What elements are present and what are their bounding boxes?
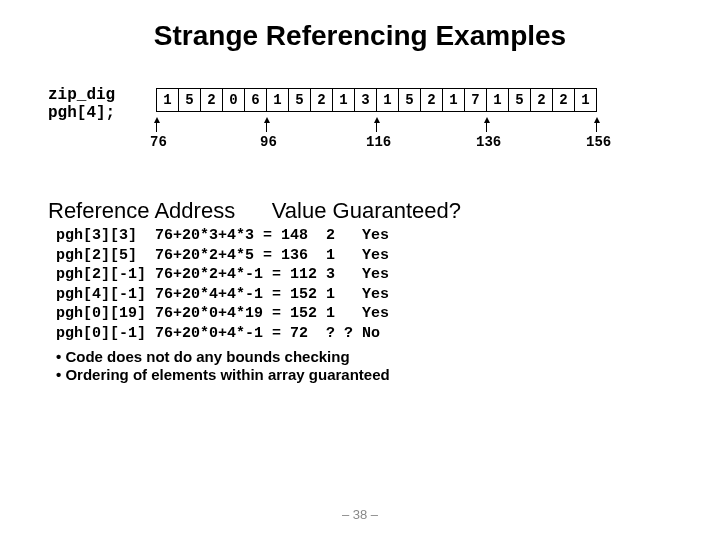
arrow-up-icon xyxy=(596,122,598,132)
mem-cell: 2 xyxy=(420,88,443,112)
reference-table: pgh[3][3] 76+20*3+4*3 = 148 2 Yes pgh[2]… xyxy=(56,226,389,343)
mem-cell: 7 xyxy=(464,88,487,112)
bullet-2: • Ordering of elements within array guar… xyxy=(56,366,390,383)
mem-cell: 1 xyxy=(486,88,509,112)
table-row: pgh[4][-1] 76+20*4+4*-1 = 152 1 Yes xyxy=(56,285,389,305)
memory-diagram: 1 5 2 0 6 1 5 2 1 3 1 5 2 1 7 1 5 2 2 1 … xyxy=(156,88,597,152)
mem-cell: 0 xyxy=(222,88,245,112)
mem-cell: 1 xyxy=(266,88,289,112)
arrow-up-icon xyxy=(156,122,158,132)
table-row: pgh[0][-1] 76+20*0+4*-1 = 72 ? ? No xyxy=(56,324,389,344)
decl-line2: pgh[4]; xyxy=(48,104,115,122)
address-row: 76 96 116 136 156 xyxy=(156,112,597,152)
page-title: Strange Referencing Examples xyxy=(40,20,680,52)
mem-cell: 5 xyxy=(288,88,311,112)
addr-label: 96 xyxy=(260,134,277,150)
mem-cell: 5 xyxy=(398,88,421,112)
mem-cell: 5 xyxy=(508,88,531,112)
table-row: pgh[3][3] 76+20*3+4*3 = 148 2 Yes xyxy=(56,226,389,246)
mem-cell: 1 xyxy=(442,88,465,112)
array-declaration: zip_dig pgh[4]; xyxy=(48,86,115,123)
addr-label: 156 xyxy=(586,134,611,150)
arrow-up-icon xyxy=(486,122,488,132)
arrow-up-icon xyxy=(266,122,268,132)
mem-cell: 2 xyxy=(552,88,575,112)
mem-cell: 1 xyxy=(376,88,399,112)
table-header: Reference Address Value Guaranteed? xyxy=(48,198,461,224)
mem-cell: 5 xyxy=(178,88,201,112)
mem-cell: 1 xyxy=(332,88,355,112)
slide: Strange Referencing Examples zip_dig pgh… xyxy=(0,0,720,540)
hdr-reference: Reference xyxy=(48,198,150,223)
addr-label: 116 xyxy=(366,134,391,150)
table-row: pgh[2][-1] 76+20*2+4*-1 = 112 3 Yes xyxy=(56,265,389,285)
decl-line1: zip_dig xyxy=(48,86,115,104)
arrow-up-icon xyxy=(376,122,378,132)
hdr-address: Address xyxy=(154,198,235,223)
table-row: pgh[0][19] 76+20*0+4*19 = 152 1 Yes xyxy=(56,304,389,324)
hdr-value: Value xyxy=(272,198,327,223)
mem-cell: 2 xyxy=(530,88,553,112)
addr-label: 76 xyxy=(150,134,167,150)
addr-label: 136 xyxy=(476,134,501,150)
mem-cell: 6 xyxy=(244,88,267,112)
mem-cell: 2 xyxy=(200,88,223,112)
mem-cell: 2 xyxy=(310,88,333,112)
hdr-guaranteed: Guaranteed? xyxy=(333,198,461,223)
mem-cell: 1 xyxy=(156,88,179,112)
mem-cell: 3 xyxy=(354,88,377,112)
mem-cell: 1 xyxy=(574,88,597,112)
table-row: pgh[2][5] 76+20*2+4*5 = 136 1 Yes xyxy=(56,246,389,266)
bullet-1: • Code does not do any bounds checking xyxy=(56,348,350,365)
page-number: – 38 – xyxy=(0,507,720,522)
memory-cells: 1 5 2 0 6 1 5 2 1 3 1 5 2 1 7 1 5 2 2 1 xyxy=(156,88,597,112)
